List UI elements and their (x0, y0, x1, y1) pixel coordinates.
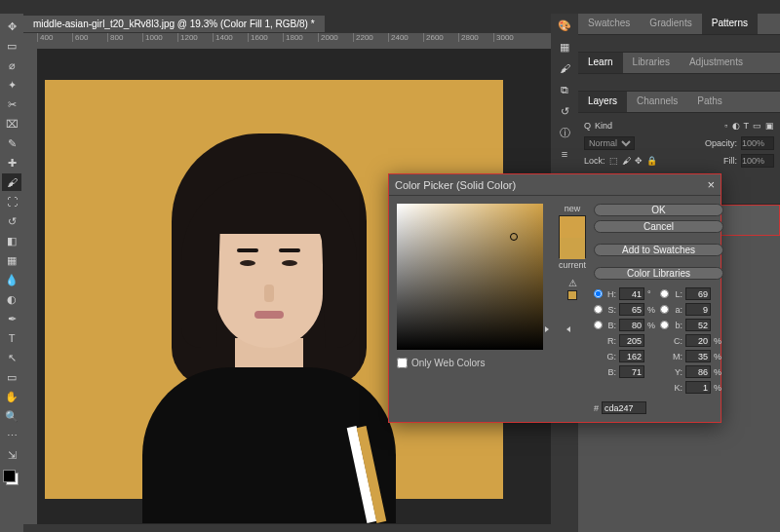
lock-trans-icon[interactable]: ⬚ (609, 156, 618, 166)
stamp-tool[interactable]: ⛶ (2, 193, 21, 210)
color-field[interactable] (397, 204, 543, 350)
eyedropper-tool[interactable]: ✎ (2, 134, 21, 152)
s-radio[interactable] (594, 305, 603, 314)
wand-tool[interactable]: ✦ (2, 76, 21, 94)
hue-slider-thumb[interactable] (548, 323, 567, 329)
portrait-image (133, 133, 406, 504)
a-input[interactable] (685, 303, 711, 316)
document-tab[interactable]: middle-asian-girl_t20_kRv8l3.jpg @ 19.3%… (23, 16, 325, 32)
color-icon[interactable]: 🎨 (556, 18, 573, 33)
marquee-tool[interactable]: ▭ (2, 37, 21, 55)
gradient-tool[interactable]: ▦ (2, 251, 21, 269)
tab-adjustments[interactable]: Adjustments (680, 53, 753, 73)
blend-mode-select[interactable]: Normal (584, 136, 635, 150)
fill-label: Fill: (723, 156, 737, 166)
new-color-label: new (565, 204, 581, 213)
tab-swatches[interactable]: Swatches (578, 14, 640, 34)
hand-tool[interactable]: ✋ (2, 388, 21, 405)
tab-paths[interactable]: Paths (687, 92, 732, 112)
swatches-panel-tabs: Swatches Gradients Patterns (578, 14, 780, 35)
color-picker-dialog: Color Picker (Solid Color) × Only Web Co… (388, 173, 722, 423)
heal-tool[interactable]: ✚ (2, 154, 21, 171)
lock-pixel-icon[interactable]: 🖌 (622, 156, 631, 166)
color-libraries-button[interactable]: Color Libraries (594, 267, 723, 280)
more-tool[interactable]: ⋯ (2, 427, 21, 444)
status-bar (23, 524, 551, 532)
bb-input[interactable] (685, 319, 711, 331)
filter-pixel-icon[interactable]: ▫ (724, 121, 727, 131)
m-input[interactable] (685, 350, 711, 362)
layers-panel-tabs: Layers Channels Paths (578, 92, 780, 113)
tab-gradients[interactable]: Gradients (640, 14, 701, 34)
hex-input[interactable] (602, 401, 646, 414)
a-radio[interactable] (660, 305, 669, 314)
eraser-tool[interactable]: ◧ (2, 232, 21, 249)
r-input[interactable] (619, 334, 644, 347)
lasso-tool[interactable]: ⌀ (2, 57, 21, 74)
pen-tool[interactable]: ✒ (2, 310, 21, 327)
history-brush-tool[interactable]: ↺ (2, 212, 21, 230)
info-icon[interactable]: ⓘ (556, 125, 573, 140)
gamut-swatch[interactable] (567, 290, 577, 300)
b-input[interactable] (619, 319, 644, 331)
k-input[interactable] (685, 381, 711, 394)
brush-icon[interactable]: 🖌 (556, 60, 573, 76)
filter-type-icon[interactable]: T (744, 121, 750, 131)
bb-radio[interactable] (660, 321, 669, 329)
g-input[interactable] (619, 350, 644, 362)
h-input[interactable] (619, 287, 644, 300)
opacity-label: Opacity: (705, 138, 737, 148)
tab-learn[interactable]: Learn (578, 53, 623, 73)
ok-button[interactable]: OK (594, 204, 723, 216)
lock-pos-icon[interactable]: ✥ (635, 156, 643, 166)
cancel-button[interactable]: Cancel (594, 220, 723, 233)
tab-channels[interactable]: Channels (627, 92, 687, 112)
edit-toolbar[interactable]: ⇲ (2, 446, 21, 464)
properties-icon[interactable]: ≡ (556, 146, 573, 162)
l-radio[interactable] (660, 289, 669, 298)
shape-tool[interactable]: ▭ (2, 368, 21, 386)
swatch-icon[interactable]: ▦ (556, 39, 573, 55)
tab-layers[interactable]: Layers (578, 92, 627, 112)
blur-tool[interactable]: 💧 (2, 271, 21, 288)
dialog-title: Color Picker (Solid Color) (395, 179, 516, 191)
filter-shape-icon[interactable]: ▭ (753, 121, 761, 131)
crop-tool[interactable]: ✂ (2, 95, 21, 113)
tab-libraries[interactable]: Libraries (623, 53, 680, 73)
lock-all-icon[interactable]: 🔒 (646, 156, 657, 166)
filter-smart-icon[interactable]: ▣ (765, 121, 774, 131)
filter-adj-icon[interactable]: ◐ (732, 121, 740, 131)
color-compare-swatch (559, 215, 586, 258)
path-tool[interactable]: ↖ (2, 349, 21, 366)
h-radio[interactable] (594, 289, 603, 298)
move-tool[interactable]: ✥ (2, 18, 21, 35)
tab-patterns[interactable]: Patterns (702, 14, 758, 34)
clone-icon[interactable]: ⧉ (556, 82, 573, 97)
ruler-vertical (23, 49, 37, 524)
current-color-label: current (559, 260, 586, 270)
fg-color-swatch[interactable] (3, 470, 16, 482)
c-input[interactable] (685, 334, 711, 347)
color-field-cursor (510, 233, 518, 241)
dodge-tool[interactable]: ◐ (2, 290, 21, 308)
kind-label: Q (584, 121, 591, 131)
frame-tool[interactable]: ⌧ (2, 115, 21, 133)
close-icon[interactable]: × (707, 177, 715, 192)
s-input[interactable] (619, 303, 644, 316)
opacity-input[interactable] (741, 136, 774, 150)
type-tool[interactable]: T (2, 329, 21, 347)
lock-label: Lock: (584, 156, 605, 166)
blue-input[interactable] (619, 365, 644, 378)
y-input[interactable] (685, 365, 711, 378)
web-colors-checkbox[interactable]: Only Web Colors (397, 358, 543, 368)
brush-tool[interactable]: 🖌 (2, 173, 21, 191)
learn-panel-tabs: Learn Libraries Adjustments (578, 53, 780, 74)
add-swatches-button[interactable]: Add to Swatches (594, 244, 723, 256)
fill-input[interactable] (741, 154, 774, 168)
b-radio[interactable] (594, 321, 603, 329)
zoom-tool[interactable]: 🔍 (2, 407, 21, 425)
gamut-warning-icon[interactable]: ⚠ (568, 278, 577, 288)
tool-palette: ✥ ▭ ⌀ ✦ ✂ ⌧ ✎ ✚ 🖌 ⛶ ↺ ◧ ▦ 💧 ◐ ✒ T ↖ ▭ ✋ … (0, 14, 23, 532)
history-icon[interactable]: ↺ (556, 103, 573, 119)
l-input[interactable] (685, 287, 711, 300)
